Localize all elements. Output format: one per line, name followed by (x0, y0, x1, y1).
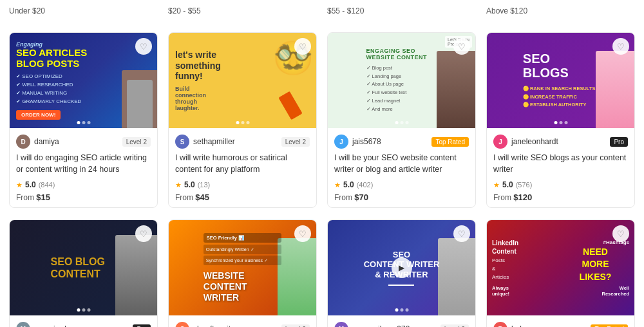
card-1-body: D damiya Level 2 I will do engaging SEO … (10, 128, 157, 207)
card-3-seller-name: jais5678 (352, 137, 381, 146)
card-2-seller-row: S sethapmiller Level 2 (175, 135, 310, 149)
card-8-seller-info[interactable]: B bobperyea (493, 322, 548, 327)
card-4-heart[interactable]: ♡ (612, 38, 629, 55)
card-1-rating: ★ 5.0 (844) (16, 180, 151, 189)
card-5-seller-info[interactable]: M mongiardo (16, 322, 71, 327)
card-8-avatar: B (493, 322, 507, 327)
card-3-price: From $70 (334, 192, 469, 202)
card-3-seller-row: J jais5678 Top Rated (334, 135, 469, 149)
card-4-badge: Pro (610, 137, 628, 147)
card-1-seller-row: D damiya Level 2 (16, 135, 151, 149)
card-6-seller-row: S shguftawriter Level 2 (175, 322, 310, 327)
price-sections: Under $20 $20 - $55 $55 - $120 Above $12… (9, 6, 635, 21)
card-4-dots (554, 121, 567, 124)
card-2-rating-val: 5.0 (184, 180, 195, 189)
card-2-seller-info[interactable]: S sethapmiller (175, 135, 235, 149)
card-4-star: ★ (493, 181, 500, 189)
card-3-rating-count: (402) (357, 181, 374, 189)
card-1-title: I will do engaging SEO article writing o… (16, 153, 151, 176)
card-7-avatar: M (334, 322, 348, 327)
card-2-star: ★ (175, 181, 182, 189)
card-8-seller-name: bobperyea (511, 324, 548, 327)
card-6-seller-info[interactable]: S shguftawriter (175, 322, 238, 327)
card-1-price: From $15 (16, 192, 151, 202)
card-1-badge: Level 2 (122, 137, 151, 147)
card-3-badge: Top Rated (431, 137, 469, 147)
card-2-body: S sethapmiller Level 2 I will write humo… (169, 128, 316, 207)
card-2-bg: let's writesomethingfunny! Buildconnecti… (169, 33, 316, 128)
card-1-rating-count: (844) (39, 181, 55, 189)
card-2-image: let's writesomethingfunny! Buildconnecti… (169, 33, 316, 128)
card-7-heart[interactable]: ♡ (453, 225, 470, 242)
card-8-image: LinkedInContentPosts&Articles #HashtagsN… (487, 220, 634, 315)
card-3-heart[interactable]: ♡ (453, 38, 470, 55)
card-3-avatar: J (334, 135, 348, 149)
card-2-rating-count: (13) (198, 181, 211, 189)
card-5-badge: Pro (133, 324, 151, 328)
card-8-body: B bobperyea Top Rated (487, 315, 634, 327)
card-1-star: ★ (16, 181, 23, 189)
card-7-body: M momnaikram970 Level 2 (328, 315, 475, 327)
card-bobperyea: LinkedInContentPosts&Articles #HashtagsN… (486, 220, 635, 327)
card-6-avatar: S (175, 322, 189, 327)
card-5-seller-row: M mongiardo Pro (16, 322, 151, 327)
card-2-badge: Level 2 (281, 137, 310, 147)
card-1-heart[interactable]: ♡ (135, 38, 152, 55)
card-janeleonhardt: SEO BLOGS 🟡 RANK IN SEARCH RESULTS🟡 INCR… (486, 32, 635, 208)
card-3-body: J jais5678 Top Rated I will be your SEO … (328, 128, 475, 207)
price-label-3: $55 - $120 (327, 6, 476, 21)
card-5-seller-name: mongiardo (34, 324, 71, 327)
card-7-seller-info[interactable]: M momnaikram970 (334, 322, 410, 327)
card-5-avatar: M (16, 322, 30, 327)
card-jais5678: ENGAGING SEOWEBSITE CONTENT ✓ Blog post✓… (327, 32, 476, 208)
card-4-seller-name: janeleonhardt (511, 137, 558, 146)
price-label-2: $20 - $55 (168, 6, 317, 21)
price-label-1: Under $20 (9, 6, 158, 21)
card-sethapmiller: let's writesomethingfunny! Buildconnecti… (168, 32, 317, 208)
card-2-title: I will write humorous or satirical conte… (175, 153, 310, 176)
price-label-4: Above $120 (486, 6, 635, 21)
card-8-bg: LinkedInContentPosts&Articles #HashtagsN… (487, 220, 634, 315)
card-3-title: I will be your SEO website content write… (334, 153, 469, 176)
card-6-heart[interactable]: ♡ (294, 225, 311, 242)
card-4-title: I will write SEO blogs as your content w… (493, 153, 628, 176)
card-7-seller-row: M momnaikram970 Level 2 (334, 322, 469, 327)
card-5-dots (77, 308, 90, 312)
card-3-image: ENGAGING SEOWEBSITE CONTENT ✓ Blog post✓… (328, 33, 475, 128)
card-4-price: From $120 (493, 192, 628, 202)
card-4-rating-count: (576) (516, 181, 533, 189)
card-3-seller-info[interactable]: J jais5678 (334, 135, 381, 149)
card-6-body: S shguftawriter Level 2 (169, 315, 316, 327)
card-5-body: M mongiardo Pro (10, 315, 157, 327)
card-4-rating: ★ 5.0 (576) (493, 180, 628, 189)
card-7-seller-name: momnaikram970 (352, 324, 410, 327)
card-2-price: From $45 (175, 192, 310, 202)
card-momnaikram970: SEOCONTENT WRITER& REWRITER ▶ ♡ M momnai… (327, 220, 476, 327)
card-4-avatar: J (493, 135, 507, 149)
card-8-seller-row: B bobperyea Top Rated (493, 322, 628, 327)
card-7-image: SEOCONTENT WRITER& REWRITER ▶ ♡ (328, 220, 475, 315)
card-1-rating-val: 5.0 (25, 180, 36, 189)
card-6-badge: Level 2 (281, 324, 310, 328)
card-7-badge: Level 2 (440, 324, 469, 328)
card-5-image: SEO BLOGCONTENT ♡ (10, 220, 157, 315)
card-4-rating-val: 5.0 (502, 180, 513, 189)
card-4-seller-info[interactable]: J janeleonhardt (493, 135, 558, 149)
card-2-dots (236, 121, 249, 124)
card-8-badge: Top Rated (591, 324, 628, 328)
card-shguftawriter: SEO Friendly 📊 Outstandingly Written ✓ S… (168, 220, 317, 327)
card-4-seller-row: J janeleonhardt Pro (493, 135, 628, 149)
card-3-dots (395, 121, 408, 124)
card-5-heart[interactable]: ♡ (135, 225, 152, 242)
card-3-star: ★ (334, 181, 341, 189)
card-2-avatar: S (175, 135, 189, 149)
card-1-image: Engaging SEO ARTICLESBLOG POSTS ✔ SEO OP… (10, 33, 157, 128)
card-1-seller-name: damiya (34, 137, 59, 146)
card-damiya: Engaging SEO ARTICLESBLOG POSTS ✔ SEO OP… (9, 32, 158, 208)
card-2-seller-name: sethapmiller (193, 137, 235, 146)
card-7-dots (395, 308, 408, 312)
card-1-seller-info[interactable]: D damiya (16, 135, 59, 149)
bottom-cards-grid: SEO BLOGCONTENT ♡ M mongiardo Pro (9, 220, 635, 327)
card-3-rating: ★ 5.0 (402) (334, 180, 469, 189)
card-6-image: SEO Friendly 📊 Outstandingly Written ✓ S… (169, 220, 316, 315)
